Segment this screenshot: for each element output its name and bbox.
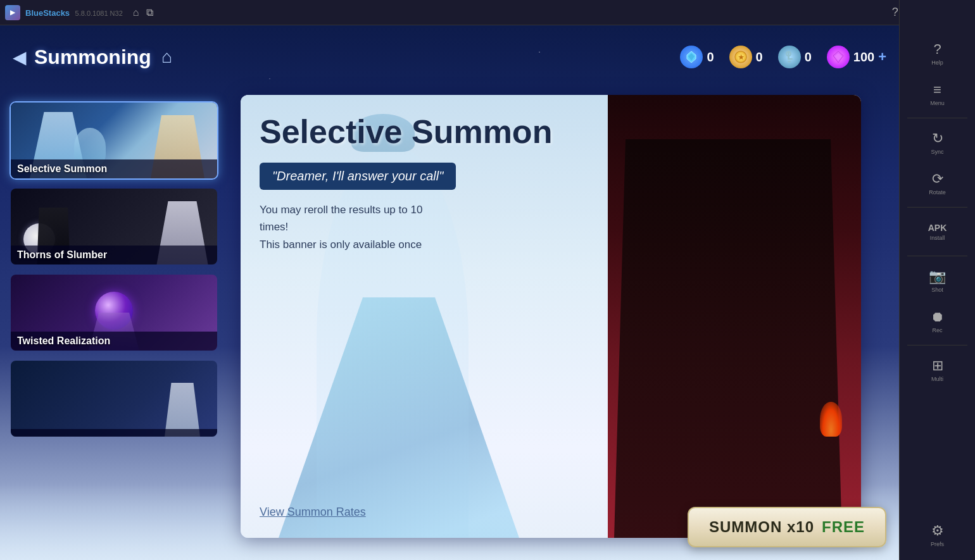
gold-ticket-icon: ★ — [729, 46, 752, 68]
game-window: ◀ Summoning ⌂ 0 ★ — [0, 25, 899, 560]
sidebar-apk-icon[interactable]: APK Install — [919, 213, 957, 251]
blue-crystal-value: 0 — [707, 50, 714, 65]
twisted-label: Twisted Realization — [11, 332, 217, 351]
sidebar-divider-2 — [907, 207, 967, 208]
app-name: BlueStacks — [25, 8, 70, 18]
summon-button-container: SUMMON x10 FREE — [688, 507, 886, 547]
resource-silver-key: 0 — [778, 46, 812, 68]
banner-sidebar: Selective Summon Thorns of Slumber Twist… — [0, 95, 228, 560]
summon-button[interactable]: SUMMON x10 FREE — [688, 507, 886, 547]
other-banner-label — [11, 429, 217, 437]
sidebar-divider-1 — [907, 118, 967, 118]
blue-crystal-icon — [680, 46, 703, 68]
home-icon[interactable]: ⌂ — [133, 7, 139, 18]
resource-gold-ticket: ★ 0 — [729, 46, 763, 68]
diamond-add-button[interactable]: + — [878, 49, 886, 65]
silver-key-icon — [778, 46, 801, 68]
page-title: Summoning — [34, 46, 151, 69]
view-rates-link[interactable]: View Summon Rates — [260, 506, 366, 519]
svg-text:★: ★ — [738, 54, 744, 61]
summon-free-label: FREE — [822, 518, 865, 536]
banner-desc-line2: times! — [260, 221, 288, 233]
app-logo: ▶ — [5, 5, 20, 20]
banner-desc-line3: This banner is only available once — [260, 239, 422, 251]
banner-detail: Selective Summon "Dreamer, I'll answer y… — [241, 95, 861, 538]
title-bar: ▶ BlueStacks 5.8.0.1081 N32 ⌂ ⧉ ? ≡ ─ □ … — [0, 0, 975, 25]
selective-summon-label: Selective Summon — [11, 159, 217, 178]
banner-item-twisted[interactable]: Twisted Realization — [9, 273, 218, 352]
silver-key-value: 0 — [805, 50, 812, 65]
diamond-icon — [827, 46, 850, 68]
banner-desc-line1: You may reroll the results up to 10 — [260, 204, 422, 216]
sidebar-settings-icon[interactable]: ⚙ Prefs — [919, 516, 957, 554]
svg-rect-6 — [788, 58, 793, 60]
sidebar-divider-3 — [907, 256, 967, 256]
banner-item-selective[interactable]: Selective Summon — [9, 101, 218, 180]
help-icon[interactable]: ? — [892, 6, 898, 19]
app-version: 5.8.0.1081 N32 — [75, 9, 123, 17]
sidebar-question-icon[interactable]: ? Help — [919, 34, 957, 72]
summon-label: SUMMON x10 — [709, 518, 814, 536]
sidebar-sync-icon[interactable]: ↻ Sync — [919, 123, 957, 161]
sidebar-layers-icon[interactable]: ⊞ Multi — [919, 351, 957, 389]
sidebar-screenshot-icon[interactable]: 📷 Shot — [919, 261, 957, 299]
gold-ticket-value: 0 — [756, 50, 763, 65]
back-button[interactable]: ◀ — [13, 47, 27, 68]
nav-bar: ◀ Summoning ⌂ 0 ★ — [0, 25, 899, 89]
banner-img-other — [11, 361, 217, 437]
resource-bar: 0 ★ 0 — [680, 46, 886, 68]
banner-subtitle: "Dreamer, I'll answer your call" — [260, 163, 456, 190]
sidebar-record-icon[interactable]: ⏺ Rec — [919, 302, 957, 340]
banner-text-area: Selective Summon "Dreamer, I'll answer y… — [260, 114, 552, 253]
banner-main-title: Selective Summon — [260, 114, 552, 150]
resource-blue-crystal: 0 — [680, 46, 714, 68]
main-content: Selective Summon "Dreamer, I'll answer y… — [234, 95, 899, 560]
banner-item-thorns[interactable]: Thorns of Slumber — [9, 187, 218, 266]
sidebar-divider-4 — [907, 345, 967, 345]
sidebar-rotate-icon[interactable]: ⟳ Rotate — [919, 164, 957, 202]
sidebar-menu-icon[interactable]: ≡ Menu — [919, 75, 957, 113]
diamond-value: 100 — [853, 50, 874, 65]
banner-bg-right — [608, 95, 861, 538]
banner-description: You may reroll the results up to 10 time… — [260, 201, 475, 253]
home-nav-button[interactable]: ⌂ — [161, 47, 172, 67]
right-sidebar: ? Help ≡ Menu ↻ Sync ⟳ Rotate APK Instal… — [899, 0, 975, 560]
copy-icon[interactable]: ⧉ — [146, 7, 153, 18]
svg-rect-7 — [788, 61, 791, 63]
resource-diamond: 100 + — [827, 46, 886, 68]
thorns-label: Thorns of Slumber — [11, 246, 217, 264]
banner-item-other[interactable] — [9, 359, 218, 438]
